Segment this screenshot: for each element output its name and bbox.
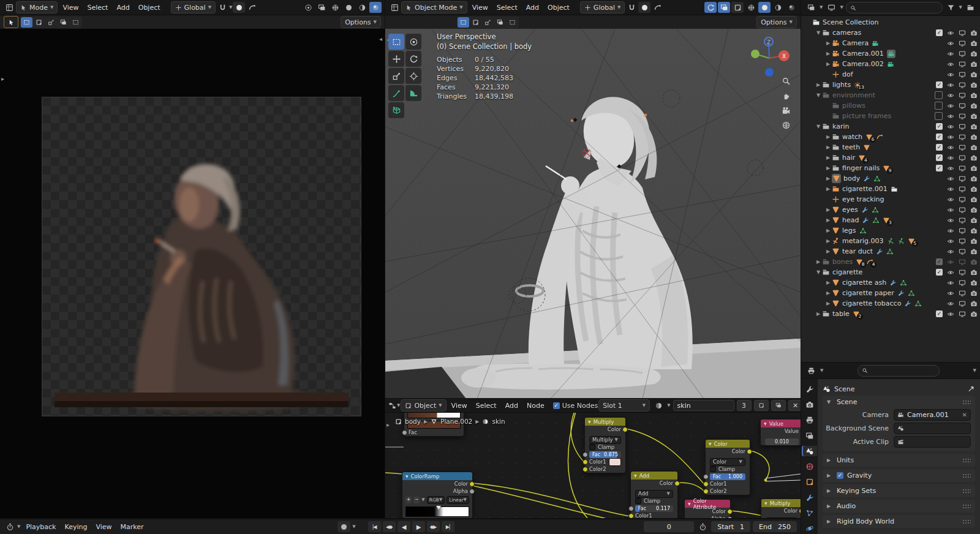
node-header[interactable]: ▼Add [631, 472, 677, 479]
tool-cursor[interactable] [405, 34, 421, 50]
disable-renders-icon[interactable] [970, 300, 978, 307]
current-frame-field[interactable]: 0 [644, 521, 694, 532]
expand-arrow[interactable]: ▶ [824, 238, 832, 244]
disable-renders-icon[interactable] [970, 217, 978, 224]
node-sidebar-arrow[interactable]: ▸ [386, 421, 390, 428]
outliner-row-cameras[interactable]: ▼cameras✓ [801, 28, 980, 38]
ramp-dropdown[interactable]: RGB▼ [427, 496, 445, 504]
expand-arrow[interactable]: ▶ [824, 145, 832, 150]
output-socket[interactable] [727, 509, 733, 514]
node-value[interactable]: ▼ValueValue0.010 [760, 419, 801, 446]
outliner-row-cigarette-tobacco[interactable]: ▶cigarette tobacco [801, 298, 980, 309]
editor-type-icon[interactable] [805, 2, 817, 13]
exclude-checkbox[interactable]: ✓ [936, 269, 943, 276]
select-circle-button[interactable] [45, 17, 57, 28]
panel-header[interactable]: ▶Rigid Body World [823, 515, 975, 528]
output-socket[interactable] [799, 508, 801, 514]
expand-arrow[interactable]: ▶ [824, 51, 832, 56]
menu-add[interactable]: Add [112, 2, 134, 13]
disable-renders-icon[interactable] [970, 71, 978, 78]
snap-caret[interactable]: ▼ [229, 6, 232, 10]
outliner-row-dof[interactable]: dof [801, 69, 980, 80]
hide-viewport-icon[interactable] [947, 269, 954, 276]
exclude-checkbox[interactable] [935, 102, 943, 110]
next-keyframe-button[interactable]: ◆▶ [427, 521, 440, 532]
material-users-button[interactable]: 3 [737, 400, 752, 411]
use-nodes-toggle[interactable]: ✓ Use Nodes [553, 402, 598, 410]
properties-tab-output[interactable] [802, 415, 817, 426]
active-tool-button[interactable] [4, 16, 18, 28]
disable-renders-icon[interactable] [970, 29, 978, 37]
outliner-search-input[interactable] [846, 2, 943, 13]
xray-toggle-icon[interactable] [731, 2, 744, 13]
view-gizmos-icon[interactable] [704, 2, 717, 13]
overlays-toggle-icon[interactable] [718, 2, 730, 13]
exclude-checkbox[interactable]: ✓ [936, 123, 943, 130]
clamp-checkbox[interactable] [710, 466, 716, 472]
disable-renders-icon[interactable] [970, 154, 978, 162]
tool-select-box[interactable] [388, 34, 404, 50]
properties-tab-modifiers[interactable] [802, 492, 817, 503]
node-header[interactable]: ▼Multiply [761, 499, 801, 507]
editor-type-icon[interactable] [4, 521, 16, 532]
editor-type-icon[interactable] [388, 2, 401, 13]
disable-viewports-icon[interactable] [959, 206, 966, 214]
menu-add[interactable]: Add [501, 401, 522, 411]
menu-playback[interactable]: Playback [21, 522, 60, 532]
hide-viewport-icon[interactable] [947, 123, 954, 130]
input-socket[interactable] [402, 430, 407, 435]
hide-viewport-icon[interactable] [947, 71, 954, 78]
outliner-row-cigarette-001[interactable]: ▶cigarette.001 [801, 184, 980, 194]
output-socket[interactable] [727, 516, 733, 518]
hide-viewport-icon[interactable] [947, 217, 954, 224]
properties-tab-tool[interactable] [802, 384, 817, 394]
disable-viewports-icon[interactable] [959, 50, 966, 58]
new-collection-icon[interactable] [964, 2, 976, 13]
disable-viewports-icon[interactable] [959, 154, 966, 162]
tool-scale[interactable] [388, 68, 404, 84]
hide-viewport-icon[interactable] [947, 248, 954, 255]
tool-transform[interactable] [405, 68, 421, 84]
disable-renders-icon[interactable] [970, 102, 978, 110]
disable-viewports-icon[interactable] [959, 227, 966, 235]
disable-renders-icon[interactable] [970, 206, 978, 214]
preview-range-clock-icon[interactable] [696, 521, 709, 532]
menu-marker[interactable]: Marker [116, 522, 148, 532]
hide-viewport-icon[interactable] [947, 81, 954, 89]
exclude-checkbox[interactable] [935, 112, 943, 120]
node-header[interactable]: ▼Value [761, 419, 801, 427]
disable-viewports-icon[interactable] [959, 29, 966, 37]
exclude-checkbox[interactable]: ✓ [936, 81, 943, 88]
hide-viewport-icon[interactable] [947, 50, 954, 58]
properties-search-input[interactable] [858, 365, 940, 377]
keying-caret[interactable]: ▼ [352, 525, 355, 529]
mode-dropdown[interactable]: Object Mode▼ [401, 1, 467, 13]
disable-renders-icon[interactable] [970, 196, 978, 203]
breadcrumb-skin[interactable]: skin [492, 418, 505, 425]
outliner-row-cigarette[interactable]: ▼cigarette✓ [801, 267, 980, 277]
outliner-row-pillows[interactable]: pillows [801, 100, 980, 111]
shading-rendered-icon[interactable] [785, 2, 797, 13]
disable-renders-icon[interactable] [970, 144, 978, 151]
proportional-edit-icon[interactable] [638, 2, 650, 13]
disable-renders-icon[interactable] [970, 165, 978, 172]
hide-viewport-icon[interactable] [947, 227, 954, 235]
exclude-checkbox[interactable]: ✓ [936, 134, 943, 140]
select-circle-button[interactable] [482, 17, 494, 28]
outliner-row-environment[interactable]: ▼environment [801, 90, 980, 100]
outliner-row-finger-nails[interactable]: ▶finger nails9✓ [801, 163, 980, 173]
node-mix-color[interactable]: ▼ColorColorColor▼ClampFac1.000Color1Colo… [705, 439, 750, 495]
shading-wireframe-icon[interactable] [329, 2, 341, 13]
frame-end-field[interactable]: End250 [753, 521, 797, 532]
disable-viewports-icon[interactable] [959, 134, 966, 141]
shading-wireframe-icon[interactable] [745, 2, 757, 13]
fake-user-shield-icon[interactable] [754, 400, 769, 411]
snap-magnet-icon[interactable] [216, 2, 228, 13]
color-swatch[interactable] [609, 458, 621, 466]
select-extend-button[interactable] [70, 17, 81, 28]
output-socket[interactable] [800, 429, 801, 434]
hide-viewport-icon[interactable] [947, 92, 954, 99]
disable-renders-icon[interactable] [970, 134, 978, 141]
auto-keying-button[interactable] [337, 521, 350, 532]
disable-viewports-icon[interactable] [959, 269, 966, 276]
